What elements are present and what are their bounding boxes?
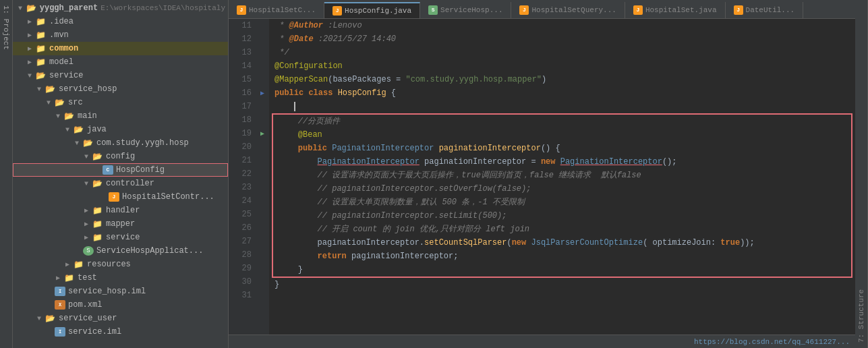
tree-item-idea[interactable]: ▶ 📁 .idea — [13, 15, 228, 28]
tree-item-hospital-set-ctrl[interactable]: J HospitalSetContr... — [13, 190, 228, 204]
arrow-yyggh-parent: ▼ — [18, 5, 26, 12]
tree-item-resources[interactable]: ▶ 📁 resources — [13, 258, 228, 271]
tree-item-service-iml[interactable]: I service.iml — [13, 325, 228, 339]
bean-arrow-19: ▶ — [260, 129, 264, 138]
arrow-model: ▶ — [28, 58, 36, 66]
arrow-mapper: ▶ — [84, 220, 92, 228]
ln-17: 17 — [229, 100, 252, 113]
type-27: JsqlParserCountOptimize — [531, 236, 643, 250]
tab-hosp-config[interactable]: J HospConfig.java — [324, 2, 420, 18]
tree-item-mapper[interactable]: ▶ 📁 mapper — [13, 217, 228, 231]
var-21: paginationInterceptor = — [419, 155, 541, 169]
label-mapper: mapper — [106, 219, 135, 229]
tree-item-test[interactable]: ▶ 📁 test — [13, 271, 228, 285]
gutter-14 — [256, 59, 269, 73]
ln-28: 28 — [229, 248, 252, 262]
tree-item-main[interactable]: ▼ 📂 main — [13, 109, 228, 123]
arrow-idea: ▶ — [28, 18, 36, 26]
structure-side-label[interactable]: 7: Structure — [855, 0, 868, 348]
java-config-icon: C — [103, 165, 113, 175]
gutter-16: ▶ — [256, 86, 269, 100]
gutter-18 — [256, 113, 269, 127]
gutter-21 — [256, 154, 269, 167]
tree-item-service-user[interactable]: ▼ 📂 service_user — [13, 312, 228, 325]
gutter-29 — [256, 262, 269, 275]
tab-date-util[interactable]: J DateUtil... — [726, 2, 804, 18]
tree-item-controller[interactable]: ▼ 📂 controller — [13, 177, 228, 190]
tab-icon-date-util: J — [734, 5, 743, 15]
tab-hospital-set-query[interactable]: J HospitalSetQuery... — [511, 2, 625, 18]
tab-label-hospital-set: HospitalSet.java — [645, 6, 717, 14]
kw-new-27: new — [512, 236, 531, 250]
ln-24: 24 — [229, 194, 252, 208]
tab-label-service-hosp-app: ServiceHosp... — [440, 6, 502, 14]
gutter-13 — [256, 46, 269, 59]
label-config: config — [106, 152, 135, 161]
code-text-22: // 设置请求的页面大于最大页后操作，true调回到首页，false 继续请求 … — [279, 169, 641, 182]
ln-29: 29 — [229, 262, 252, 275]
code-text-16a: public — [274, 86, 308, 100]
code-content[interactable]: * @Author :Lenovo * @Date :2021/5/27 14:… — [269, 19, 855, 335]
tree-item-service[interactable]: ▼ 📂 service — [13, 69, 228, 82]
tab-hospital-set[interactable]: J HospitalSet.java — [625, 2, 726, 18]
tab-hospital-set-ctrl[interactable]: J HospitalSetC... — [229, 2, 324, 18]
label-test: test — [78, 273, 97, 283]
gutter-19: ▶ — [256, 127, 269, 140]
gutter-12 — [256, 32, 269, 46]
tree-item-service-hosp[interactable]: ▼ 📂 service_hosp — [13, 82, 228, 96]
tree-item-handler[interactable]: ▶ 📁 handler — [13, 204, 228, 217]
left-side-panel[interactable]: 1: Project — [0, 0, 13, 348]
tree-item-service-pkg[interactable]: ▶ 📁 service — [13, 231, 228, 244]
tree-item-service-hosp-iml[interactable]: I service_hosp.iml — [13, 285, 228, 298]
tree-item-yyggh-parent[interactable]: ▼ 📂 yyggh_parent E:\workspaces\IDEA\hosp… — [13, 1, 228, 15]
ln-26: 26 — [229, 221, 252, 235]
folder-icon-com-study: 📂 — [83, 138, 94, 148]
code-line-18: //分页插件 — [273, 115, 851, 128]
project-tab-label[interactable]: 1: Project — [2, 5, 10, 343]
arrow-mvn: ▶ — [28, 31, 36, 39]
folder-icon-src: 📂 — [55, 98, 65, 107]
ln-31: 31 — [229, 289, 252, 302]
code-line-19: @Bean — [273, 128, 851, 142]
label-service-hosp-app: ServiceHospApplicat... — [96, 246, 203, 256]
label-controller: controller — [106, 179, 154, 188]
tab-service-hosp-app[interactable]: S ServiceHosp... — [420, 2, 511, 18]
type-new-21: PaginationInterceptor — [560, 155, 662, 169]
code-line-28: return paginationInterceptor; — [273, 250, 851, 263]
ln-14: 14 — [229, 59, 252, 73]
ln-13: 13 — [229, 46, 252, 59]
tree-item-config[interactable]: ▼ 📂 config — [13, 150, 228, 163]
tree-item-java[interactable]: ▼ 📂 java — [13, 123, 228, 136]
tree-container: ▼ 📂 yyggh_parent E:\workspaces\IDEA\hosp… — [13, 0, 228, 348]
tree-item-hosp-config[interactable]: C HospConfig — [13, 163, 228, 177]
path-yyggh-parent: E:\workspaces\IDEA\hospitaly — [100, 4, 225, 12]
code-line-26: // 开启 count 的 join 优化,只针对部分 left join — [273, 223, 851, 236]
tree-item-common[interactable]: ▶ 📁 common — [13, 42, 228, 55]
gutter-27 — [256, 235, 269, 248]
label-idea: .idea — [49, 17, 74, 26]
tree-item-mvn[interactable]: ▶ 📁 .mvn — [13, 28, 228, 42]
folder-icon-config: 📂 — [92, 152, 103, 161]
arrow-common: ▶ — [28, 45, 36, 53]
gutter-28 — [256, 248, 269, 262]
label-service-user: service_user — [59, 314, 117, 323]
tree-item-com-study[interactable]: ▼ 📂 com.study.yygh.hosp — [13, 136, 228, 150]
tree-item-model[interactable]: ▶ 📁 model — [13, 55, 228, 69]
indent-27: paginationInterceptor. — [279, 236, 424, 250]
tree-item-src[interactable]: ▼ 📂 src — [13, 96, 228, 109]
tree-item-pom-xml[interactable]: X pom.xml — [13, 298, 228, 312]
editor-panel: J HospitalSetC... J HospConfig.java S Se… — [229, 0, 855, 348]
code-line-11: * @Author :Lenovo — [269, 19, 855, 32]
fn-pagination-20: paginationInterceptor — [439, 142, 541, 155]
code-text-18: //分页插件 — [279, 115, 340, 128]
code-text-17 — [274, 100, 301, 113]
code-line-29: } — [273, 263, 851, 277]
folder-icon-java: 📂 — [74, 125, 84, 134]
var-28: paginationInterceptor; — [351, 250, 458, 263]
folder-icon-resources: 📁 — [74, 260, 84, 269]
ln-21: 21 — [229, 154, 252, 167]
tree-item-service-hosp-app[interactable]: S ServiceHospApplicat... — [13, 244, 228, 258]
code-text-15b: (basePackages = — [328, 73, 405, 86]
folder-icon-yyggh: 📂 — [26, 3, 37, 13]
ln-18: 18 — [229, 113, 252, 127]
